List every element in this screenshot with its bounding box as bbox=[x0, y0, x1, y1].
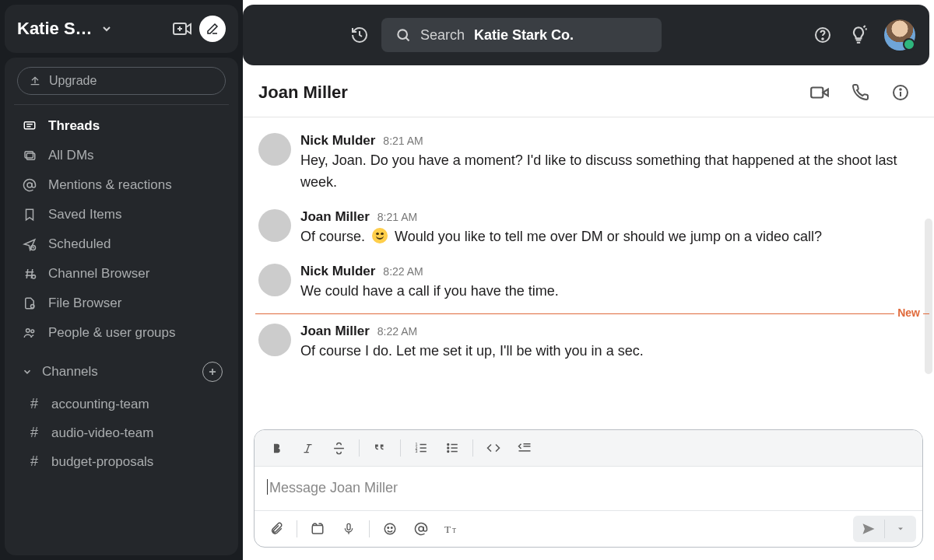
emoji-button[interactable] bbox=[374, 516, 406, 542]
message: Nick Mulder 8:22 AM We could have a call… bbox=[255, 256, 929, 310]
compose-button[interactable] bbox=[199, 16, 226, 42]
sidebar-item-file-browser[interactable]: File Browser bbox=[14, 289, 229, 318]
channel-name: accounting-team bbox=[51, 397, 149, 412]
sidebar-item-people[interactable]: People & user groups bbox=[14, 318, 229, 348]
add-channel-button[interactable] bbox=[202, 362, 223, 382]
svg-point-43 bbox=[448, 451, 449, 453]
tips-icon[interactable] bbox=[848, 25, 869, 45]
upgrade-button[interactable]: Upgrade bbox=[17, 67, 226, 95]
user-avatar[interactable] bbox=[884, 19, 915, 51]
sidebar-item-label: All DMs bbox=[48, 148, 94, 163]
record-video-button[interactable] bbox=[302, 516, 333, 542]
divider bbox=[14, 104, 229, 105]
hash-icon: # bbox=[28, 425, 40, 441]
svg-line-21 bbox=[406, 37, 409, 40]
phone-call-icon[interactable] bbox=[850, 82, 870, 103]
sidebar-item-saved[interactable]: Saved Items bbox=[14, 200, 229, 229]
channel-item[interactable]: # budget-proposals bbox=[14, 447, 229, 476]
avatar[interactable] bbox=[258, 324, 291, 356]
separator bbox=[297, 520, 297, 537]
channels-section-header[interactable]: Channels bbox=[14, 348, 229, 390]
sidebar-item-label: Mentions & reactions bbox=[48, 177, 172, 193]
video-call-icon[interactable] bbox=[809, 82, 830, 103]
conversation-title[interactable]: Joan Miller bbox=[258, 82, 348, 103]
sidebar-item-all-dms[interactable]: All DMs bbox=[14, 141, 229, 170]
hash-icon: # bbox=[28, 453, 40, 470]
mentions-icon bbox=[22, 178, 37, 192]
text-format-button[interactable]: TT bbox=[437, 516, 468, 542]
search-icon bbox=[395, 27, 411, 43]
code-block-button[interactable] bbox=[509, 435, 540, 461]
blockquote-button[interactable] bbox=[364, 435, 395, 461]
workspace-name: Katie S… bbox=[17, 19, 93, 39]
code-button[interactable] bbox=[478, 435, 509, 461]
new-video-icon[interactable] bbox=[173, 21, 191, 37]
italic-button[interactable] bbox=[292, 435, 323, 461]
message: Joan Miller 8:22 AM Of course I do. Let … bbox=[255, 316, 929, 370]
svg-line-33 bbox=[306, 444, 309, 452]
svg-point-30 bbox=[900, 89, 901, 90]
separator bbox=[400, 439, 401, 457]
message-input[interactable]: Message Joan Miller bbox=[255, 467, 922, 510]
message-text: We could have a call if you have the tim… bbox=[300, 281, 926, 303]
sidebar-item-label: Threads bbox=[48, 118, 100, 134]
send-button[interactable] bbox=[853, 516, 884, 542]
message-author[interactable]: Joan Miller bbox=[300, 209, 370, 225]
message: Joan Miller 8:21 AM Of course. Would you… bbox=[255, 201, 929, 256]
svg-text:3: 3 bbox=[416, 449, 418, 453]
bullet-list-button[interactable] bbox=[437, 435, 468, 461]
channel-item[interactable]: # audio-video-team bbox=[14, 418, 229, 447]
hash-icon: # bbox=[28, 396, 40, 412]
sidebar-item-label: Scheduled bbox=[48, 236, 111, 252]
message-time: 8:21 AM bbox=[377, 211, 417, 223]
message-author[interactable]: Nick Mulder bbox=[300, 133, 375, 149]
search-input[interactable]: Search Katie Stark Co. bbox=[381, 18, 662, 52]
mention-button[interactable] bbox=[406, 516, 437, 542]
upload-icon bbox=[29, 75, 41, 87]
sidebar-item-label: Channel Browser bbox=[48, 266, 149, 282]
history-icon[interactable] bbox=[350, 26, 369, 44]
search-context: Katie Stark Co. bbox=[474, 27, 574, 44]
sidebar-item-threads[interactable]: Threads bbox=[14, 111, 229, 141]
sidebar-item-scheduled[interactable]: Scheduled bbox=[14, 229, 229, 259]
main-pane: Search Katie Stark Co. Joan Miller bbox=[243, 0, 934, 560]
attach-file-button[interactable] bbox=[261, 516, 292, 542]
record-audio-button[interactable] bbox=[333, 516, 364, 542]
svg-point-42 bbox=[448, 447, 449, 449]
separator bbox=[359, 439, 360, 457]
sidebar-item-channel-browser[interactable]: Channel Browser bbox=[14, 259, 229, 289]
svg-rect-51 bbox=[347, 523, 350, 530]
svg-point-53 bbox=[384, 523, 395, 534]
new-messages-divider: New bbox=[255, 313, 929, 314]
message-text: Of course I do. Let me set it up, I'll b… bbox=[300, 341, 926, 362]
channel-item[interactable]: # accounting-team bbox=[14, 390, 229, 418]
workspace-switcher[interactable]: Katie S… bbox=[5, 5, 238, 53]
strikethrough-button[interactable] bbox=[323, 435, 354, 461]
slightly-smiling-face-icon bbox=[372, 228, 388, 243]
scrollbar[interactable] bbox=[925, 219, 932, 374]
channel-browser-icon bbox=[22, 267, 37, 281]
message-author[interactable]: Nick Mulder bbox=[300, 264, 375, 279]
topbar: Search Katie Stark Co. bbox=[243, 5, 929, 65]
avatar[interactable] bbox=[258, 209, 291, 242]
info-icon[interactable] bbox=[890, 82, 911, 103]
chevron-down-icon bbox=[100, 23, 113, 35]
send-options-button[interactable] bbox=[885, 516, 916, 542]
avatar[interactable] bbox=[258, 264, 291, 296]
svg-point-54 bbox=[388, 527, 389, 529]
message-author[interactable]: Joan Miller bbox=[300, 324, 370, 339]
sidebar-item-mentions[interactable]: Mentions & reactions bbox=[14, 170, 229, 200]
avatar[interactable] bbox=[258, 133, 291, 166]
separator bbox=[369, 520, 370, 537]
help-icon[interactable] bbox=[813, 25, 833, 45]
message: Nick Mulder 8:21 AM Hey, Joan. Do you ha… bbox=[255, 125, 929, 201]
sidebar-item-label: File Browser bbox=[48, 296, 121, 311]
svg-rect-3 bbox=[24, 122, 35, 129]
bold-button[interactable] bbox=[261, 435, 292, 461]
send-button-group bbox=[853, 516, 916, 542]
search-label: Search bbox=[420, 27, 465, 44]
sidebar-nav: Upgrade Threads All DMs Mentions bbox=[5, 58, 238, 555]
ordered-list-button[interactable]: 123 bbox=[406, 435, 437, 461]
svg-point-14 bbox=[32, 275, 36, 279]
svg-text:T: T bbox=[452, 527, 456, 534]
